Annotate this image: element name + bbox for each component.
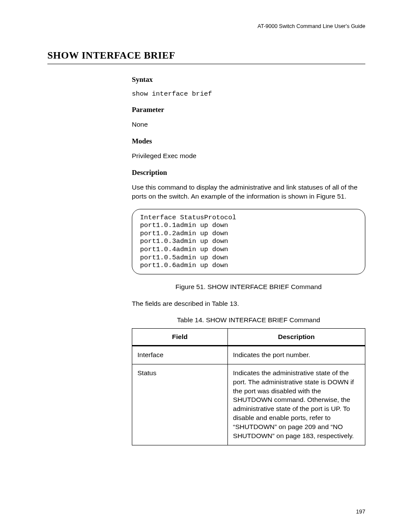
table-cell-field: Interface [132,345,228,364]
parameter-heading: Parameter [132,106,365,114]
syntax-command: show interface brief [132,90,365,98]
content-area: Syntax show interface brief Parameter No… [132,75,365,445]
page-number: 197 [356,508,365,515]
description-heading: Description [132,168,365,177]
fields-table: Field Description Interface Indicates th… [132,328,365,445]
table-row: Interface Indicates the port number. [132,345,365,364]
table-header-field: Field [132,328,228,345]
table-header-description: Description [227,328,365,345]
table-header-row: Field Description [132,328,365,345]
modes-heading: Modes [132,137,365,146]
document-header: AT-9000 Switch Command Line User's Guide [258,23,365,29]
after-figure-text: The fields are described in Table 13. [132,299,365,308]
figure-caption: Figure 51. SHOW INTERFACE BRIEF Command [132,283,365,291]
table-caption: Table 14. SHOW INTERFACE BRIEF Command [132,316,365,324]
modes-text: Privileged Exec mode [132,152,365,161]
page-title: SHOW INTERFACE BRIEF [47,50,365,64]
description-text: Use this command to display the administ… [132,183,365,201]
table-cell-description: Indicates the administrative state of th… [227,364,365,445]
table-cell-field: Status [132,364,228,445]
table-row: Status Indicates the administrative stat… [132,364,365,445]
table-cell-description: Indicates the port number. [227,345,365,364]
parameter-text: None [132,120,365,129]
syntax-heading: Syntax [132,75,365,84]
command-output-box: Interface StatusProtocol port1.0.1admin … [132,209,365,274]
